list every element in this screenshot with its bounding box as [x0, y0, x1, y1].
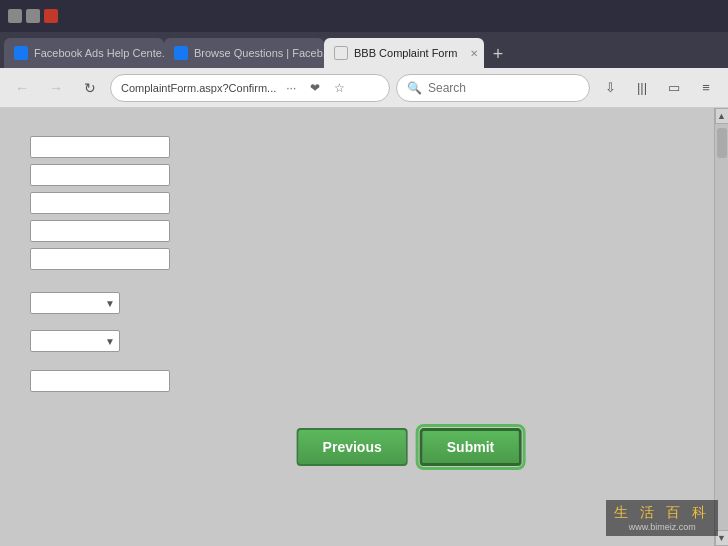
scroll-thumb[interactable]	[717, 128, 727, 158]
tab-bbb-complaint[interactable]: BBB Complaint Form ✕	[324, 38, 484, 68]
download-button[interactable]: ⇩	[596, 74, 624, 102]
tab-label-2: Browse Questions | Faceb...	[194, 47, 324, 59]
form-section: ▼ ▼	[30, 136, 684, 392]
watermark: 生 活 百 科 www.bimeiz.com	[606, 500, 718, 536]
tab-label-1: Facebook Ads Help Cente...	[34, 47, 164, 59]
tab-facebook-ads[interactable]: Facebook Ads Help Cente... ✕	[4, 38, 164, 68]
menu-icon[interactable]: ···	[282, 79, 300, 97]
scroll-up-arrow[interactable]: ▲	[715, 108, 729, 124]
browser-window: Facebook Ads Help Cente... ✕ Browse Ques…	[0, 0, 728, 546]
address-text: ComplaintForm.aspx?Confirm...	[121, 82, 276, 94]
form-input-4[interactable]	[30, 220, 170, 242]
form-input-3[interactable]	[30, 192, 170, 214]
close-button[interactable]	[44, 9, 58, 23]
library-button[interactable]: |||	[628, 74, 656, 102]
title-bar	[0, 0, 728, 32]
previous-button[interactable]: Previous	[297, 428, 408, 466]
search-bar[interactable]: 🔍	[396, 74, 590, 102]
tab-close-3[interactable]: ✕	[467, 46, 481, 60]
window-controls	[8, 9, 58, 23]
reload-button[interactable]: ↻	[76, 74, 104, 102]
nav-right-controls: ⇩ ||| ▭ ≡	[596, 74, 720, 102]
forward-button[interactable]: →	[42, 74, 70, 102]
chevron-down-icon-2: ▼	[105, 336, 115, 347]
form-textarea[interactable]	[30, 370, 170, 392]
address-bar[interactable]: ComplaintForm.aspx?Confirm... ··· ❤ ☆	[110, 74, 390, 102]
form-input-5[interactable]	[30, 248, 170, 270]
star-icon[interactable]: ☆	[330, 79, 348, 97]
form-input-1[interactable]	[30, 136, 170, 158]
tab-label-3: BBB Complaint Form	[354, 47, 457, 59]
buttons-area: Previous Submit	[297, 428, 522, 466]
chevron-down-icon-1: ▼	[105, 298, 115, 309]
watermark-cn-text: 生 活 百 科	[614, 504, 710, 522]
tab-browse-questions[interactable]: Browse Questions | Faceb... ✕	[164, 38, 324, 68]
watermark-url: www.bimeiz.com	[629, 522, 696, 532]
maximize-button[interactable]	[26, 9, 40, 23]
address-icons: ··· ❤ ☆	[282, 79, 348, 97]
scrollbar-right[interactable]: ▲ ▼	[714, 108, 728, 546]
back-button[interactable]: ←	[8, 74, 36, 102]
tab-bar: Facebook Ads Help Cente... ✕ Browse Ques…	[0, 32, 728, 68]
search-input[interactable]	[428, 81, 579, 95]
tab-favicon-fb1	[14, 46, 28, 60]
form-select-1[interactable]: ▼	[30, 292, 120, 314]
sidebar-button[interactable]: ▭	[660, 74, 688, 102]
tab-favicon-bbb	[334, 46, 348, 60]
tab-favicon-fb2	[174, 46, 188, 60]
form-input-2[interactable]	[30, 164, 170, 186]
nav-bar: ← → ↻ ComplaintForm.aspx?Confirm... ··· …	[0, 68, 728, 108]
menu-button[interactable]: ≡	[692, 74, 720, 102]
new-tab-button[interactable]: +	[484, 40, 512, 68]
submit-button[interactable]: Submit	[420, 428, 521, 466]
page-area: ▼ ▼	[0, 108, 714, 546]
page-content: ▼ ▼ Previous Submit ▲ ▼ 生	[0, 108, 728, 546]
minimize-button[interactable]	[8, 9, 22, 23]
form-select-2[interactable]: ▼	[30, 330, 120, 352]
bookmark-icon[interactable]: ❤	[306, 79, 324, 97]
search-icon: 🔍	[407, 81, 422, 95]
